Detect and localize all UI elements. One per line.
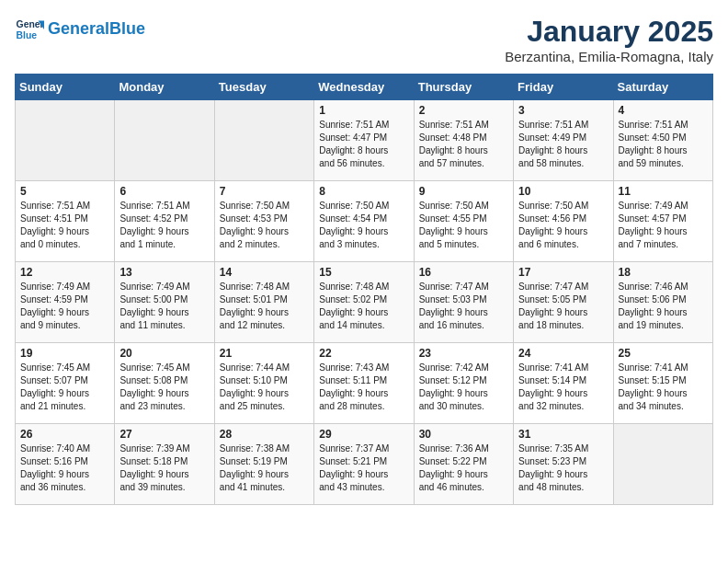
weekday-header: Wednesday [314, 75, 414, 100]
calendar-cell: 11Sunrise: 7:49 AM Sunset: 4:57 PM Dayli… [613, 181, 712, 262]
weekday-header: Monday [115, 75, 214, 100]
day-number: 7 [220, 185, 309, 198]
logo: General Blue GeneralBlue [15, 15, 145, 44]
calendar-cell [115, 100, 214, 181]
logo-icon: General Blue [15, 15, 44, 44]
title-block: January 2025 Berzantina, Emilia-Romagna,… [505, 15, 713, 64]
calendar-week-row: 26Sunrise: 7:40 AM Sunset: 5:16 PM Dayli… [16, 424, 713, 505]
day-number: 21 [220, 347, 309, 360]
calendar-title: January 2025 [505, 15, 713, 49]
day-info: Sunrise: 7:42 AM Sunset: 5:12 PM Dayligh… [419, 362, 508, 413]
day-info: Sunrise: 7:41 AM Sunset: 5:15 PM Dayligh… [619, 362, 708, 413]
calendar-cell: 16Sunrise: 7:47 AM Sunset: 5:03 PM Dayli… [414, 262, 513, 343]
day-number: 26 [20, 428, 109, 441]
day-info: Sunrise: 7:35 AM Sunset: 5:23 PM Dayligh… [518, 442, 608, 494]
calendar-cell: 5Sunrise: 7:51 AM Sunset: 4:51 PM Daylig… [16, 181, 115, 262]
calendar-cell: 4Sunrise: 7:51 AM Sunset: 4:50 PM Daylig… [613, 100, 712, 181]
calendar-cell: 10Sunrise: 7:50 AM Sunset: 4:56 PM Dayli… [514, 181, 613, 262]
day-info: Sunrise: 7:45 AM Sunset: 5:07 PM Dayligh… [20, 362, 109, 413]
calendar-cell: 19Sunrise: 7:45 AM Sunset: 5:07 PM Dayli… [16, 343, 115, 424]
day-info: Sunrise: 7:36 AM Sunset: 5:22 PM Dayligh… [419, 442, 508, 494]
calendar-cell: 20Sunrise: 7:45 AM Sunset: 5:08 PM Dayli… [115, 343, 214, 424]
day-number: 28 [220, 428, 309, 441]
calendar-cell: 15Sunrise: 7:48 AM Sunset: 5:02 PM Dayli… [314, 262, 414, 343]
day-number: 12 [20, 266, 109, 279]
day-info: Sunrise: 7:49 AM Sunset: 4:57 PM Dayligh… [619, 200, 708, 251]
calendar-cell [214, 100, 313, 181]
calendar-cell [16, 100, 115, 181]
calendar-cell: 30Sunrise: 7:36 AM Sunset: 5:22 PM Dayli… [414, 424, 513, 505]
day-info: Sunrise: 7:51 AM Sunset: 4:51 PM Dayligh… [20, 200, 109, 251]
day-number: 25 [619, 347, 708, 360]
page-header: General Blue GeneralBlue January 2025 Be… [15, 15, 713, 64]
day-number: 13 [119, 266, 209, 279]
day-number: 2 [419, 104, 508, 117]
day-info: Sunrise: 7:48 AM Sunset: 5:01 PM Dayligh… [220, 281, 309, 332]
day-info: Sunrise: 7:43 AM Sunset: 5:11 PM Dayligh… [319, 362, 408, 413]
day-number: 18 [619, 266, 708, 279]
day-info: Sunrise: 7:51 AM Sunset: 4:47 PM Dayligh… [319, 119, 408, 170]
logo-text-line1: GeneralBlue [48, 20, 145, 39]
calendar-cell: 7Sunrise: 7:50 AM Sunset: 4:53 PM Daylig… [214, 181, 313, 262]
calendar-cell: 23Sunrise: 7:42 AM Sunset: 5:12 PM Dayli… [414, 343, 513, 424]
calendar-cell: 27Sunrise: 7:39 AM Sunset: 5:18 PM Dayli… [115, 424, 214, 505]
calendar-cell: 13Sunrise: 7:49 AM Sunset: 5:00 PM Dayli… [115, 262, 214, 343]
day-number: 17 [518, 266, 608, 279]
day-number: 31 [518, 428, 608, 441]
day-number: 1 [319, 104, 408, 117]
day-info: Sunrise: 7:50 AM Sunset: 4:56 PM Dayligh… [518, 200, 608, 251]
day-number: 14 [220, 266, 309, 279]
day-info: Sunrise: 7:37 AM Sunset: 5:21 PM Dayligh… [319, 442, 408, 494]
calendar-cell: 6Sunrise: 7:51 AM Sunset: 4:52 PM Daylig… [115, 181, 214, 262]
day-info: Sunrise: 7:44 AM Sunset: 5:10 PM Dayligh… [220, 362, 309, 413]
weekday-header: Friday [514, 75, 613, 100]
day-info: Sunrise: 7:41 AM Sunset: 5:14 PM Dayligh… [518, 362, 608, 413]
day-number: 11 [619, 185, 708, 198]
day-number: 24 [518, 347, 608, 360]
calendar-cell: 17Sunrise: 7:47 AM Sunset: 5:05 PM Dayli… [514, 262, 613, 343]
day-info: Sunrise: 7:45 AM Sunset: 5:08 PM Dayligh… [119, 362, 209, 413]
day-info: Sunrise: 7:51 AM Sunset: 4:52 PM Dayligh… [119, 200, 209, 251]
day-info: Sunrise: 7:50 AM Sunset: 4:55 PM Dayligh… [419, 200, 508, 251]
day-number: 10 [518, 185, 608, 198]
day-info: Sunrise: 7:47 AM Sunset: 5:03 PM Dayligh… [419, 281, 508, 332]
day-info: Sunrise: 7:51 AM Sunset: 4:48 PM Dayligh… [419, 119, 508, 170]
day-number: 3 [518, 104, 608, 117]
calendar-cell: 26Sunrise: 7:40 AM Sunset: 5:16 PM Dayli… [16, 424, 115, 505]
day-number: 6 [119, 185, 209, 198]
day-info: Sunrise: 7:40 AM Sunset: 5:16 PM Dayligh… [20, 442, 109, 494]
weekday-header: Thursday [414, 75, 513, 100]
day-number: 9 [419, 185, 508, 198]
calendar-cell: 18Sunrise: 7:46 AM Sunset: 5:06 PM Dayli… [613, 262, 712, 343]
day-number: 8 [319, 185, 408, 198]
calendar-cell: 9Sunrise: 7:50 AM Sunset: 4:55 PM Daylig… [414, 181, 513, 262]
day-info: Sunrise: 7:46 AM Sunset: 5:06 PM Dayligh… [619, 281, 708, 332]
calendar-cell: 12Sunrise: 7:49 AM Sunset: 4:59 PM Dayli… [16, 262, 115, 343]
day-info: Sunrise: 7:38 AM Sunset: 5:19 PM Dayligh… [220, 442, 309, 494]
calendar-week-row: 1Sunrise: 7:51 AM Sunset: 4:47 PM Daylig… [16, 100, 713, 181]
day-number: 27 [119, 428, 209, 441]
day-number: 23 [419, 347, 508, 360]
calendar-subtitle: Berzantina, Emilia-Romagna, Italy [505, 49, 713, 64]
day-number: 22 [319, 347, 408, 360]
svg-text:Blue: Blue [17, 30, 38, 40]
day-number: 15 [319, 266, 408, 279]
calendar-cell: 14Sunrise: 7:48 AM Sunset: 5:01 PM Dayli… [214, 262, 313, 343]
calendar-cell: 3Sunrise: 7:51 AM Sunset: 4:49 PM Daylig… [514, 100, 613, 181]
day-number: 5 [20, 185, 109, 198]
weekday-header: Sunday [16, 75, 115, 100]
day-number: 16 [419, 266, 508, 279]
calendar-cell [613, 424, 712, 505]
day-info: Sunrise: 7:49 AM Sunset: 5:00 PM Dayligh… [119, 281, 209, 332]
weekday-header: Saturday [613, 75, 712, 100]
calendar-cell: 25Sunrise: 7:41 AM Sunset: 5:15 PM Dayli… [613, 343, 712, 424]
calendar-week-row: 19Sunrise: 7:45 AM Sunset: 5:07 PM Dayli… [16, 343, 713, 424]
day-number: 20 [119, 347, 209, 360]
day-info: Sunrise: 7:48 AM Sunset: 5:02 PM Dayligh… [319, 281, 408, 332]
calendar-cell: 29Sunrise: 7:37 AM Sunset: 5:21 PM Dayli… [314, 424, 414, 505]
calendar-cell: 2Sunrise: 7:51 AM Sunset: 4:48 PM Daylig… [414, 100, 513, 181]
day-number: 29 [319, 428, 408, 441]
calendar-cell: 31Sunrise: 7:35 AM Sunset: 5:23 PM Dayli… [514, 424, 613, 505]
calendar-cell: 21Sunrise: 7:44 AM Sunset: 5:10 PM Dayli… [214, 343, 313, 424]
day-number: 19 [20, 347, 109, 360]
